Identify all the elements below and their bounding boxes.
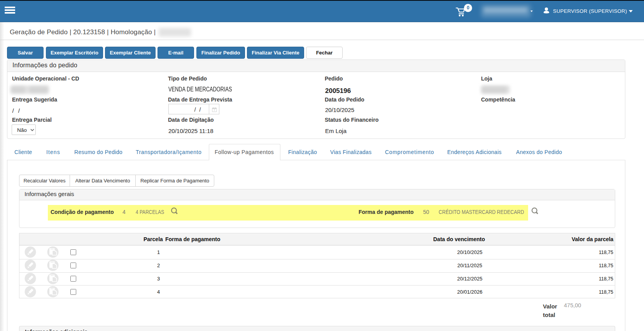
- svg-text:7: 7: [214, 109, 215, 112]
